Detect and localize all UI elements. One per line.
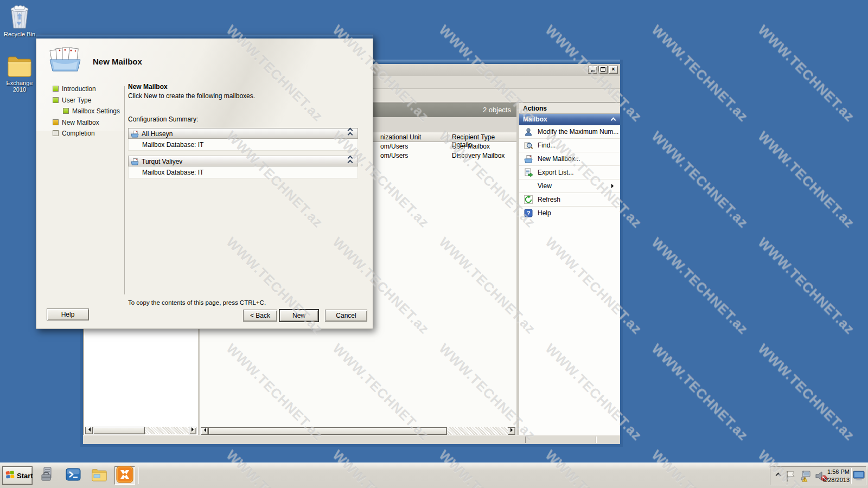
tray-clock[interactable]: 1:56 PM 6/28/2013 bbox=[823, 468, 850, 484]
step-label: Mailbox Settings bbox=[72, 107, 120, 115]
step-status-icon bbox=[53, 97, 59, 103]
wizard-title: New Mailbox bbox=[93, 57, 142, 66]
page-title: New Mailbox bbox=[128, 83, 358, 91]
folder-icon bbox=[91, 467, 107, 484]
back-button[interactable]: < Back bbox=[243, 310, 277, 322]
collapse-chevron-icon[interactable] bbox=[348, 158, 353, 164]
action-label: Refresh bbox=[538, 196, 560, 203]
actions-group-label: Mailbox bbox=[523, 115, 547, 123]
taskbar: Start ! 1:56 PM 6/28/2013 bbox=[0, 463, 868, 488]
exchange-taskbar-button[interactable] bbox=[114, 466, 135, 485]
result-pane-hscrollbar[interactable] bbox=[201, 427, 515, 435]
cell-recipient-type: Discovery Mailbox bbox=[452, 152, 505, 159]
powershell-taskbar-button[interactable] bbox=[64, 466, 82, 485]
summary-entry-header[interactable]: Ali Huseyn bbox=[128, 128, 358, 139]
scrollbar-thumb[interactable] bbox=[93, 427, 145, 434]
action-refresh[interactable]: Refresh bbox=[519, 193, 620, 207]
scroll-left-icon[interactable] bbox=[201, 427, 208, 435]
action-modify-maximum[interactable]: Modify the Maximum Num... bbox=[519, 125, 620, 139]
tree-pane-hscrollbar[interactable] bbox=[85, 427, 196, 434]
action-view[interactable]: View bbox=[519, 179, 620, 193]
column-header-recipient-type-details[interactable]: Recipient Type Details bbox=[448, 132, 516, 142]
network-status-icon[interactable]: ! bbox=[799, 470, 812, 484]
step-label: Introduction bbox=[62, 85, 96, 93]
wizard-page-content: New Mailbox Click New to create the foll… bbox=[128, 83, 358, 178]
actions-pane: Actions Mailbox Modify the Maximum Num..… bbox=[519, 103, 620, 436]
entry-detail: Mailbox Database: IT bbox=[128, 139, 358, 151]
scroll-right-icon[interactable] bbox=[189, 427, 196, 434]
action-help[interactable]: ? Help bbox=[519, 207, 620, 220]
windows-logo-icon bbox=[5, 471, 15, 480]
actions-group-mailbox[interactable]: Mailbox bbox=[519, 114, 620, 125]
status-bar bbox=[83, 435, 620, 444]
scroll-left-icon[interactable] bbox=[85, 427, 93, 434]
step-label: New Mailbox bbox=[62, 119, 99, 126]
scroll-right-icon[interactable] bbox=[508, 427, 515, 435]
system-tray: ! 1:56 PM 6/28/2013 bbox=[770, 466, 866, 485]
watermark-text: WWW.TECHNET.az bbox=[648, 22, 751, 125]
page-subtitle: Click New to create the following mailbo… bbox=[128, 92, 358, 100]
collapse-chevron-icon[interactable] bbox=[348, 130, 353, 137]
cell-organizational-unit: om/Users bbox=[380, 143, 408, 150]
show-hidden-icons-chevron[interactable] bbox=[776, 473, 781, 478]
desktop-icon-recycle-bin[interactable]: Recycle Bin bbox=[0, 3, 39, 37]
mailbox-icon bbox=[131, 131, 139, 139]
copy-hint: To copy the contents of this page, press… bbox=[128, 299, 266, 306]
action-label: Modify the Maximum Num... bbox=[538, 128, 618, 136]
action-export-list[interactable]: Export List... bbox=[519, 166, 620, 179]
new-mailbox-wizard-dialog: New Mailbox Introduction User Type Mailb… bbox=[36, 35, 373, 329]
maximize-icon bbox=[601, 67, 605, 72]
actions-pane-title: Actions bbox=[519, 103, 620, 114]
action-label: Help bbox=[538, 209, 551, 217]
action-label: View bbox=[538, 182, 552, 190]
step-new-mailbox: New Mailbox bbox=[53, 119, 123, 130]
step-label: Completion bbox=[62, 130, 95, 137]
scrollbar-track[interactable] bbox=[447, 427, 508, 435]
server-manager-taskbar-button[interactable] bbox=[38, 466, 56, 485]
scrollbar-track[interactable] bbox=[145, 427, 189, 434]
submenu-arrow-icon bbox=[611, 184, 616, 188]
tray-date: 6/28/2013 bbox=[823, 476, 850, 484]
action-new-mailbox[interactable]: New Mailbox... bbox=[519, 152, 620, 166]
action-find[interactable]: Find... bbox=[519, 139, 620, 152]
export-list-icon bbox=[524, 168, 533, 177]
summary-entry: Turqut Valiyev Mailbox Database: IT bbox=[128, 156, 358, 178]
entry-detail: Mailbox Database: IT bbox=[128, 166, 358, 178]
action-label: New Mailbox... bbox=[538, 155, 580, 163]
wizard-title-bar bbox=[36, 35, 373, 38]
mailbox-tray-icon bbox=[48, 45, 82, 74]
status-divider bbox=[525, 436, 526, 443]
mailbox-icon bbox=[524, 155, 533, 163]
minimize-icon bbox=[591, 66, 595, 72]
cell-recipient-type: User Mailbox bbox=[452, 143, 490, 150]
recycle-bin-icon bbox=[0, 3, 39, 29]
wizard-divider bbox=[124, 86, 125, 294]
find-icon bbox=[524, 141, 533, 150]
maximize-button[interactable] bbox=[598, 66, 608, 74]
status-divider bbox=[596, 436, 597, 443]
server-manager-icon bbox=[39, 466, 55, 485]
show-desktop-icon[interactable] bbox=[853, 471, 865, 483]
configuration-summary-label: Configuration Summary: bbox=[128, 115, 358, 123]
desktop-icon-exchange-2010[interactable]: Exchange 2010 bbox=[0, 54, 39, 93]
help-button[interactable]: Help bbox=[47, 309, 89, 320]
explorer-taskbar-button[interactable] bbox=[90, 466, 108, 485]
svg-text:?: ? bbox=[527, 210, 531, 216]
watermark-text: WWW.TECHNET.az bbox=[648, 234, 751, 337]
step-status-icon bbox=[53, 86, 59, 92]
close-button[interactable]: × bbox=[609, 66, 618, 74]
cancel-button[interactable]: Cancel bbox=[325, 310, 367, 322]
step-status-icon bbox=[53, 130, 59, 136]
desktop-icon-label: Recycle Bin bbox=[0, 31, 39, 37]
start-button[interactable]: Start bbox=[2, 466, 33, 485]
help-icon: ? bbox=[524, 209, 533, 217]
folder-icon bbox=[0, 54, 39, 78]
minimize-button[interactable] bbox=[588, 66, 597, 74]
summary-entry-header[interactable]: Turqut Valiyev bbox=[128, 156, 358, 166]
new-button[interactable]: New bbox=[279, 310, 318, 322]
watermark-text: WWW.TECHNET.az bbox=[648, 128, 751, 231]
scrollbar-thumb[interactable] bbox=[208, 427, 447, 435]
step-user-type: User Type bbox=[53, 97, 123, 108]
collapse-chevron-icon[interactable] bbox=[611, 118, 616, 123]
action-center-flag-icon[interactable] bbox=[785, 470, 796, 484]
